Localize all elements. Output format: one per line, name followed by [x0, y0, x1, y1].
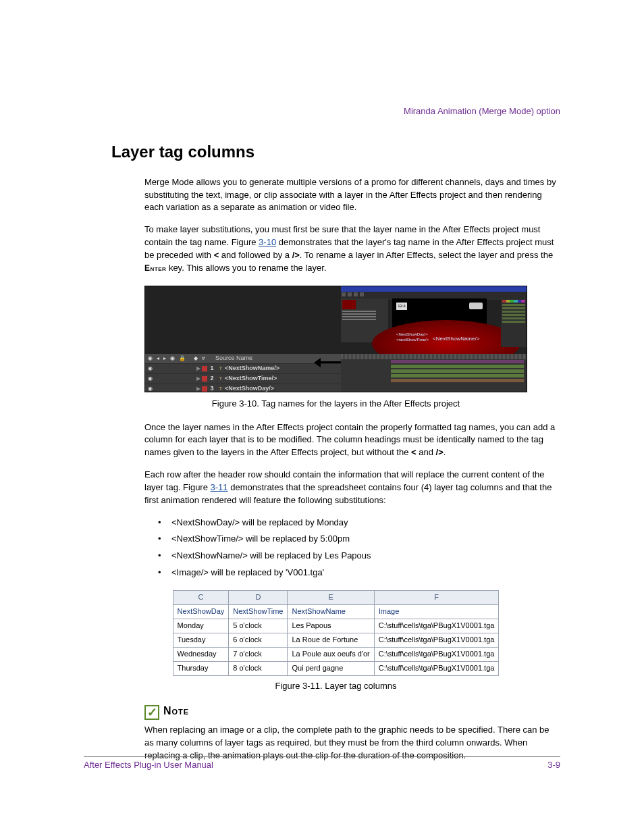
table-cell: C:\stuff\cells\tga\PBugX1V0001.tga — [374, 619, 499, 633]
footer-page-number: 3-9 — [547, 759, 560, 772]
column-letter: E — [288, 590, 374, 604]
footer-manual-title: After Effects Plug-in User Manual — [84, 759, 213, 772]
paragraph-4: Each row after the header row should con… — [144, 469, 560, 507]
disclosure-triangle-icon: ▶ — [196, 375, 200, 383]
figure-3-11-caption: Figure 3-11. Layer tag columns — [111, 680, 560, 693]
paragraph-intro: Merge Mode allows you to generate multip… — [144, 176, 560, 215]
table-cell: Tuesday — [173, 633, 229, 647]
layer-header-icon: ◂ — [157, 355, 159, 363]
ae-timeline — [341, 354, 527, 392]
text: key. This allows you to rename the layer… — [166, 263, 326, 273]
layer-row-icons: ◉ — [145, 365, 196, 373]
logo-badge — [469, 303, 483, 309]
note-label: Note — [163, 705, 189, 716]
layer-row: ◉▶3T<NextShowDay/> — [145, 384, 341, 394]
layer-number: 3 — [207, 384, 217, 393]
timeline-ruler — [341, 354, 527, 359]
literal-lt2: < — [411, 447, 417, 457]
text-layer-icon: T — [217, 375, 225, 383]
literal-gt2: /> — [436, 447, 444, 457]
ae-layer-panel: ◉◂▸◉🔒◆# Source Name ◉▶1T<NextShowName/>◉… — [145, 354, 341, 392]
table-cell: Wednesday — [173, 647, 229, 661]
layer-name: <NextShowTime/> — [225, 374, 341, 383]
layer-row: ◉▶2T<NextShowTime/> — [145, 373, 341, 384]
page-title: Layer tag columns — [111, 140, 560, 164]
table-cell: 7 o'clock — [229, 647, 288, 661]
layer-row-icons: ◉ — [145, 385, 196, 393]
table-cell: Les Papous — [288, 619, 374, 633]
layer-header-icon: 🔒 — [179, 355, 186, 363]
table-cell: Thursday — [173, 661, 229, 675]
ae-composition-preview: 12:4 <NextShowDay/> <nextShowTime/> <Nex… — [392, 298, 487, 347]
list-item: <Image/> will be replaced by 'V001.tga' — [158, 567, 560, 579]
table-cell: Monday — [173, 619, 229, 633]
layer-name: <NextShowDay/> — [225, 384, 341, 393]
text-layer-icon: T — [217, 365, 225, 373]
table-cell: Qui perd gagne — [288, 661, 374, 675]
footer-rule — [84, 756, 560, 757]
layer-color-swatch — [202, 376, 207, 382]
layer-row: ◉▶1T<NextShowName/> — [145, 363, 341, 373]
layer-name: <NextShowName/> — [225, 364, 341, 373]
clock-icon: 12:4 — [396, 303, 407, 310]
preview-tag-time: <nextShowTime/> — [396, 337, 429, 343]
list-item: <NextShowTime/> will be replaced by 5:00… — [158, 533, 560, 546]
figure-3-10: 12:4 <NextShowDay/> <nextShowTime/> <Nex… — [144, 286, 527, 392]
ae-titlebar — [341, 286, 527, 292]
table-header-cell: NextShowDay — [173, 604, 229, 619]
preview-tag-name: <NextShowName/> — [433, 335, 479, 343]
text: and — [417, 447, 436, 457]
literal-gt: /> — [292, 250, 300, 260]
table-cell: La Roue de Fortune — [288, 633, 374, 647]
table-cell: C:\stuff\cells\tga\PBugX1V0001.tga — [374, 661, 499, 675]
text-layer-icon: T — [217, 385, 225, 393]
disclosure-triangle-icon: ▶ — [196, 385, 200, 393]
figure-link-3-10[interactable]: 3-10 — [259, 237, 276, 247]
table-cell: 5 o'clock — [229, 619, 288, 633]
layer-header-icon: ◆ — [194, 355, 198, 363]
column-letter: C — [173, 590, 229, 604]
list-item: <NextShowDay/> will be replaced by Monda… — [158, 517, 560, 529]
text: Once the layer names in the After Effect… — [144, 422, 555, 458]
section-header: Miranda Animation (Merge Mode) option — [404, 105, 560, 118]
layer-color-swatch — [202, 386, 207, 392]
table-cell: La Poule aux oeufs d'or — [288, 647, 374, 661]
table-row: Wednesday7 o'clockLa Poule aux oeufs d'o… — [173, 647, 499, 661]
table-cell: 8 o'clock — [229, 661, 288, 675]
table-row: Tuesday6 o'clockLa Roue de FortuneC:\stu… — [173, 633, 499, 647]
note-heading: Note — [144, 703, 560, 720]
layer-header-row: ◉◂▸◉🔒◆# Source Name — [145, 354, 341, 363]
table-row: Thursday8 o'clockQui perd gagneC:\stuff\… — [173, 661, 499, 675]
figure-3-11-spreadsheet: CDEF NextShowDayNextShowTimeNextShowName… — [173, 590, 500, 676]
column-letter: D — [229, 590, 288, 604]
table-header-cell: NextShowName — [288, 604, 374, 619]
layer-color-swatch — [202, 366, 207, 371]
paragraph-3: Once the layer names in the After Effect… — [144, 421, 560, 460]
text: . To rename a layer in After Effects, se… — [300, 250, 553, 260]
ae-right-panel — [501, 298, 527, 347]
figure-link-3-11[interactable]: 3-11 — [211, 482, 228, 492]
table-cell: 6 o'clock — [229, 633, 288, 647]
checkmark-icon — [144, 705, 159, 720]
table-row: Monday5 o'clockLes PapousC:\stuff\cells\… — [173, 619, 499, 633]
table-header-cell: Image — [374, 604, 499, 619]
disclosure-triangle-icon: ▶ — [196, 365, 200, 373]
paragraph-2: To make layer substitutions, you must fi… — [144, 224, 560, 274]
layer-header-icon: ◉ — [170, 355, 175, 363]
layer-row-icons: ◉ — [145, 375, 196, 383]
enter-key: Enter — [144, 263, 166, 273]
table-header-cell: NextShowTime — [229, 604, 288, 619]
table-header-row: NextShowDayNextShowTimeNextShowNameImage — [173, 604, 499, 619]
substitution-list: <NextShowDay/> will be replaced by Monda… — [158, 517, 560, 579]
layer-number: 2 — [207, 374, 217, 383]
figure-3-10-caption: Figure 3-10. Tag names for the layers in… — [111, 398, 560, 411]
table-cell: C:\stuff\cells\tga\PBugX1V0001.tga — [374, 647, 499, 661]
layer-header-icon: ◉ — [148, 355, 153, 363]
text: . — [444, 447, 446, 457]
column-letter: F — [374, 590, 499, 604]
layer-number: 1 — [207, 364, 217, 373]
layer-header-icon: # — [202, 355, 205, 363]
thumbnail-icon — [342, 300, 356, 309]
list-item: <NextShowName/> will be replaced by Les … — [158, 550, 560, 563]
table-cell: C:\stuff\cells\tga\PBugX1V0001.tga — [374, 633, 499, 647]
